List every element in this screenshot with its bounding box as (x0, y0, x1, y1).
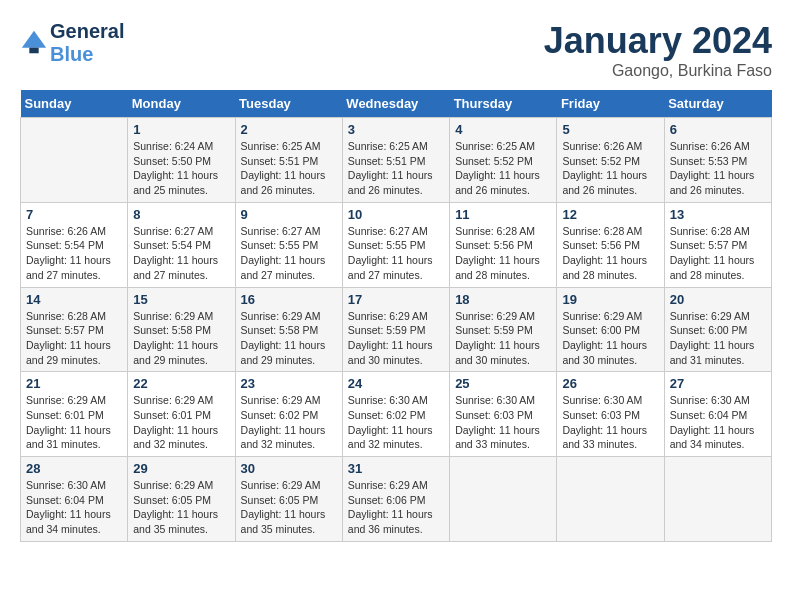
svg-rect-1 (29, 48, 38, 54)
day-number: 20 (670, 292, 766, 307)
calendar-cell: 14Sunrise: 6:28 AMSunset: 5:57 PMDayligh… (21, 287, 128, 372)
day-number: 19 (562, 292, 658, 307)
day-number: 5 (562, 122, 658, 137)
day-detail: Sunrise: 6:29 AMSunset: 6:05 PMDaylight:… (133, 478, 229, 537)
calendar-body: 1Sunrise: 6:24 AMSunset: 5:50 PMDaylight… (21, 118, 772, 542)
calendar-cell: 26Sunrise: 6:30 AMSunset: 6:03 PMDayligh… (557, 372, 664, 457)
calendar-cell: 27Sunrise: 6:30 AMSunset: 6:04 PMDayligh… (664, 372, 771, 457)
day-detail: Sunrise: 6:29 AMSunset: 5:59 PMDaylight:… (348, 309, 444, 368)
day-detail: Sunrise: 6:27 AMSunset: 5:55 PMDaylight:… (348, 224, 444, 283)
calendar-cell: 31Sunrise: 6:29 AMSunset: 6:06 PMDayligh… (342, 457, 449, 542)
day-detail: Sunrise: 6:29 AMSunset: 6:06 PMDaylight:… (348, 478, 444, 537)
day-detail: Sunrise: 6:29 AMSunset: 6:01 PMDaylight:… (133, 393, 229, 452)
day-number: 14 (26, 292, 122, 307)
day-number: 31 (348, 461, 444, 476)
weekday-header: Monday (128, 90, 235, 118)
calendar-week-row: 28Sunrise: 6:30 AMSunset: 6:04 PMDayligh… (21, 457, 772, 542)
day-number: 21 (26, 376, 122, 391)
day-detail: Sunrise: 6:29 AMSunset: 6:02 PMDaylight:… (241, 393, 337, 452)
day-number: 8 (133, 207, 229, 222)
weekday-header: Sunday (21, 90, 128, 118)
calendar-cell: 20Sunrise: 6:29 AMSunset: 6:00 PMDayligh… (664, 287, 771, 372)
day-number: 2 (241, 122, 337, 137)
calendar-cell: 25Sunrise: 6:30 AMSunset: 6:03 PMDayligh… (450, 372, 557, 457)
day-detail: Sunrise: 6:25 AMSunset: 5:52 PMDaylight:… (455, 139, 551, 198)
calendar-cell: 19Sunrise: 6:29 AMSunset: 6:00 PMDayligh… (557, 287, 664, 372)
day-detail: Sunrise: 6:28 AMSunset: 5:56 PMDaylight:… (455, 224, 551, 283)
calendar-cell: 4Sunrise: 6:25 AMSunset: 5:52 PMDaylight… (450, 118, 557, 203)
calendar-cell: 7Sunrise: 6:26 AMSunset: 5:54 PMDaylight… (21, 202, 128, 287)
day-detail: Sunrise: 6:25 AMSunset: 5:51 PMDaylight:… (241, 139, 337, 198)
calendar-cell: 28Sunrise: 6:30 AMSunset: 6:04 PMDayligh… (21, 457, 128, 542)
day-number: 18 (455, 292, 551, 307)
logo: General Blue (20, 20, 124, 66)
day-detail: Sunrise: 6:26 AMSunset: 5:53 PMDaylight:… (670, 139, 766, 198)
calendar-table: SundayMondayTuesdayWednesdayThursdayFrid… (20, 90, 772, 542)
calendar-week-row: 21Sunrise: 6:29 AMSunset: 6:01 PMDayligh… (21, 372, 772, 457)
day-detail: Sunrise: 6:29 AMSunset: 6:05 PMDaylight:… (241, 478, 337, 537)
calendar-week-row: 1Sunrise: 6:24 AMSunset: 5:50 PMDaylight… (21, 118, 772, 203)
calendar-cell (450, 457, 557, 542)
day-number: 9 (241, 207, 337, 222)
day-number: 7 (26, 207, 122, 222)
calendar-cell: 21Sunrise: 6:29 AMSunset: 6:01 PMDayligh… (21, 372, 128, 457)
calendar-cell: 9Sunrise: 6:27 AMSunset: 5:55 PMDaylight… (235, 202, 342, 287)
day-number: 11 (455, 207, 551, 222)
day-detail: Sunrise: 6:29 AMSunset: 6:01 PMDaylight:… (26, 393, 122, 452)
day-detail: Sunrise: 6:28 AMSunset: 5:57 PMDaylight:… (26, 309, 122, 368)
calendar-cell (557, 457, 664, 542)
day-detail: Sunrise: 6:26 AMSunset: 5:54 PMDaylight:… (26, 224, 122, 283)
day-detail: Sunrise: 6:27 AMSunset: 5:55 PMDaylight:… (241, 224, 337, 283)
day-detail: Sunrise: 6:29 AMSunset: 5:58 PMDaylight:… (241, 309, 337, 368)
day-detail: Sunrise: 6:30 AMSunset: 6:04 PMDaylight:… (670, 393, 766, 452)
calendar-cell: 1Sunrise: 6:24 AMSunset: 5:50 PMDaylight… (128, 118, 235, 203)
sub-title: Gaongo, Burkina Faso (544, 62, 772, 80)
day-number: 10 (348, 207, 444, 222)
calendar-header-row: SundayMondayTuesdayWednesdayThursdayFrid… (21, 90, 772, 118)
day-number: 15 (133, 292, 229, 307)
day-detail: Sunrise: 6:30 AMSunset: 6:03 PMDaylight:… (562, 393, 658, 452)
day-detail: Sunrise: 6:24 AMSunset: 5:50 PMDaylight:… (133, 139, 229, 198)
day-number: 29 (133, 461, 229, 476)
calendar-cell: 2Sunrise: 6:25 AMSunset: 5:51 PMDaylight… (235, 118, 342, 203)
weekday-header: Thursday (450, 90, 557, 118)
weekday-header: Saturday (664, 90, 771, 118)
calendar-cell: 15Sunrise: 6:29 AMSunset: 5:58 PMDayligh… (128, 287, 235, 372)
svg-marker-0 (22, 31, 46, 48)
calendar-cell: 23Sunrise: 6:29 AMSunset: 6:02 PMDayligh… (235, 372, 342, 457)
day-number: 3 (348, 122, 444, 137)
day-number: 13 (670, 207, 766, 222)
day-detail: Sunrise: 6:29 AMSunset: 6:00 PMDaylight:… (562, 309, 658, 368)
day-detail: Sunrise: 6:30 AMSunset: 6:04 PMDaylight:… (26, 478, 122, 537)
calendar-cell: 10Sunrise: 6:27 AMSunset: 5:55 PMDayligh… (342, 202, 449, 287)
day-number: 30 (241, 461, 337, 476)
day-detail: Sunrise: 6:28 AMSunset: 5:57 PMDaylight:… (670, 224, 766, 283)
calendar-cell: 24Sunrise: 6:30 AMSunset: 6:02 PMDayligh… (342, 372, 449, 457)
day-detail: Sunrise: 6:28 AMSunset: 5:56 PMDaylight:… (562, 224, 658, 283)
day-number: 6 (670, 122, 766, 137)
day-number: 28 (26, 461, 122, 476)
calendar-cell: 16Sunrise: 6:29 AMSunset: 5:58 PMDayligh… (235, 287, 342, 372)
day-number: 27 (670, 376, 766, 391)
day-number: 23 (241, 376, 337, 391)
day-number: 1 (133, 122, 229, 137)
calendar-cell: 13Sunrise: 6:28 AMSunset: 5:57 PMDayligh… (664, 202, 771, 287)
title-block: January 2024 Gaongo, Burkina Faso (544, 20, 772, 80)
day-detail: Sunrise: 6:30 AMSunset: 6:03 PMDaylight:… (455, 393, 551, 452)
calendar-cell: 12Sunrise: 6:28 AMSunset: 5:56 PMDayligh… (557, 202, 664, 287)
day-detail: Sunrise: 6:29 AMSunset: 5:59 PMDaylight:… (455, 309, 551, 368)
day-detail: Sunrise: 6:25 AMSunset: 5:51 PMDaylight:… (348, 139, 444, 198)
day-detail: Sunrise: 6:29 AMSunset: 5:58 PMDaylight:… (133, 309, 229, 368)
day-number: 24 (348, 376, 444, 391)
day-number: 17 (348, 292, 444, 307)
logo-icon (20, 29, 48, 57)
day-detail: Sunrise: 6:30 AMSunset: 6:02 PMDaylight:… (348, 393, 444, 452)
day-number: 12 (562, 207, 658, 222)
calendar-cell: 22Sunrise: 6:29 AMSunset: 6:01 PMDayligh… (128, 372, 235, 457)
calendar-cell: 8Sunrise: 6:27 AMSunset: 5:54 PMDaylight… (128, 202, 235, 287)
weekday-header: Wednesday (342, 90, 449, 118)
day-detail: Sunrise: 6:26 AMSunset: 5:52 PMDaylight:… (562, 139, 658, 198)
day-number: 25 (455, 376, 551, 391)
calendar-cell (664, 457, 771, 542)
calendar-cell: 11Sunrise: 6:28 AMSunset: 5:56 PMDayligh… (450, 202, 557, 287)
